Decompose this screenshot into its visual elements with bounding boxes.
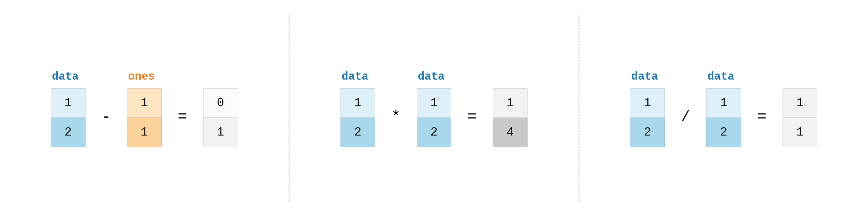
cell: 2 [51, 118, 86, 147]
array: 1 2 [340, 88, 375, 147]
panel-divider [579, 16, 580, 202]
cell: 1 [51, 88, 86, 118]
cell: 1 [706, 88, 741, 118]
array-label: data [417, 70, 445, 83]
minus-operator: - [99, 88, 114, 146]
operand-right: data 1 2 [706, 70, 741, 147]
array-label: data [706, 70, 734, 83]
operand-left: data 1 2 [51, 70, 86, 147]
array: 1 2 [417, 88, 451, 147]
array: 1 1 [782, 88, 817, 147]
result: x 0 1 [203, 70, 238, 147]
cell: 1 [493, 88, 528, 118]
cell: 1 [782, 118, 817, 147]
cell: 1 [127, 88, 162, 118]
panel-multiplication: data 1 2 * data 1 2 = x 1 4 [324, 70, 544, 147]
cell: 2 [340, 118, 375, 147]
array-label: data [340, 70, 368, 83]
divide-operator: / [678, 88, 693, 146]
operand-left: data 1 2 [340, 70, 375, 147]
array: 1 4 [493, 88, 528, 147]
equals-operator: = [754, 88, 769, 146]
cell: 4 [493, 118, 528, 147]
cell: 1 [630, 88, 665, 118]
array-label: ones [127, 70, 155, 83]
panel-subtraction: data 1 2 - ones 1 1 = x 0 1 [35, 70, 254, 147]
cell: 2 [706, 118, 741, 147]
multiply-operator: * [389, 88, 403, 146]
cell: 1 [340, 88, 375, 118]
array-label: data [630, 70, 658, 83]
array: 1 2 [706, 88, 741, 147]
result: x 1 1 [782, 70, 817, 147]
array: 1 2 [630, 88, 665, 147]
cell: 1 [127, 118, 162, 147]
cell: 1 [203, 118, 238, 147]
operand-left: data 1 2 [630, 70, 665, 147]
cell: 2 [417, 118, 451, 147]
cell: 2 [630, 118, 665, 147]
array-label: data [51, 70, 79, 83]
operand-right: data 1 2 [417, 70, 451, 147]
array: 1 2 [51, 88, 86, 147]
equals-operator: = [465, 88, 479, 146]
panel-division: data 1 2 / data 1 2 = x 1 1 [614, 70, 833, 147]
cell: 0 [203, 88, 238, 118]
panel-divider [288, 16, 289, 202]
operand-right: ones 1 1 [127, 70, 162, 147]
result: x 1 4 [493, 70, 528, 147]
equals-operator: = [175, 88, 190, 146]
cell: 1 [417, 88, 451, 118]
array: 1 1 [127, 88, 162, 147]
cell: 1 [782, 88, 817, 118]
array: 0 1 [203, 88, 238, 147]
